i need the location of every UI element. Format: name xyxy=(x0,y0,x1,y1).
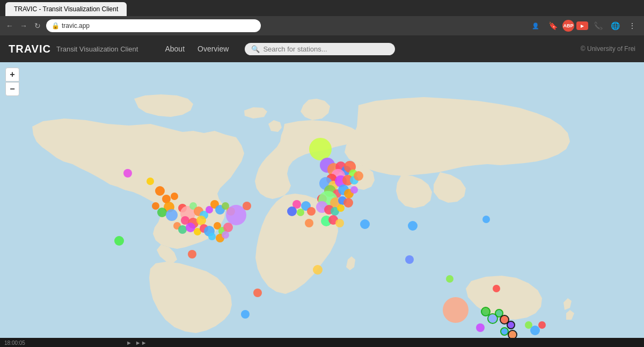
toolbar-icons: 👤 🔖 ABP ▶ 📞 🌐 ⋮ xyxy=(528,18,640,33)
url-text: travic.app xyxy=(62,22,90,29)
address-bar[interactable]: 🔒 travic.app xyxy=(46,19,261,32)
zoom-out-button[interactable]: − xyxy=(5,82,19,96)
tab-title: TRAVIC - Transit Visualization Client xyxy=(14,5,118,13)
browser-toolbar: ← → ↻ 🔒 travic.app 👤 🔖 ABP ▶ 📞 🌐 ⋮ xyxy=(0,16,644,35)
lock-icon: 🔒 xyxy=(52,22,60,29)
reload-button[interactable]: ↻ xyxy=(32,20,43,31)
profile-icon-btn[interactable]: 👤 xyxy=(528,18,543,33)
play-icon: ► xyxy=(126,339,132,346)
map-container[interactable]: + − xyxy=(0,62,644,338)
forward-button[interactable]: → xyxy=(18,20,29,31)
search-input[interactable] xyxy=(263,45,389,53)
browser-tab-bar: TRAVIC - Transit Visualization Client xyxy=(0,0,644,16)
adblock-icon[interactable]: ABP xyxy=(562,20,574,32)
back-button[interactable]: ← xyxy=(4,20,15,31)
globe-icon-btn[interactable]: 🌐 xyxy=(608,18,623,33)
menu-icon-btn[interactable]: ⋮ xyxy=(625,18,640,33)
forward-icon: ►► xyxy=(135,339,147,346)
search-box[interactable]: 🔍 xyxy=(245,43,395,55)
bookmark-icon-btn[interactable]: 🔖 xyxy=(545,18,560,33)
youtube-icon[interactable]: ▶ xyxy=(576,21,588,30)
app-navbar: TRAVIC Transit Visualization Client Abou… xyxy=(0,35,644,62)
app-brand: TRAVIC Transit Visualization Client xyxy=(9,43,138,55)
about-link[interactable]: About xyxy=(159,42,190,55)
nav-links: About Overview xyxy=(159,42,234,55)
browser-tab[interactable]: TRAVIC - Transit Visualization Client xyxy=(5,2,127,16)
time-display: 18:00:05 xyxy=(4,340,25,346)
map-controls: + − xyxy=(5,68,19,96)
zoom-in-button[interactable]: + xyxy=(5,68,19,82)
app-title: TRAVIC xyxy=(9,43,51,55)
bottom-bar: 18:00:05 ► ►► xyxy=(0,338,644,347)
app-subtitle: Transit Visualization Client xyxy=(56,45,138,53)
phone-icon-btn[interactable]: 📞 xyxy=(590,18,605,33)
search-icon: 🔍 xyxy=(251,45,260,53)
bottom-icons: ► ►► xyxy=(126,339,147,346)
overview-link[interactable]: Overview xyxy=(192,42,234,55)
world-map-svg xyxy=(0,62,644,338)
copyright-text: © University of Frei xyxy=(581,45,635,53)
